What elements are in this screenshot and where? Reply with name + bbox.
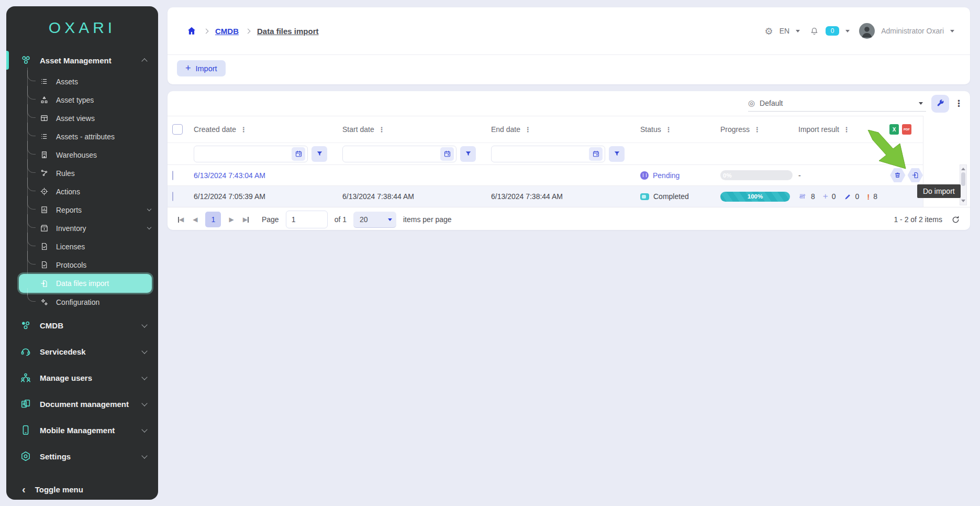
home-icon[interactable] xyxy=(186,26,197,36)
table-vertical-scrollbar[interactable] xyxy=(960,164,967,205)
start-date-cell: 6/13/2024 7:38:44 AM xyxy=(342,192,491,201)
sidebar-item-servicedesk[interactable]: Servicedesk xyxy=(6,339,158,364)
row-checkbox[interactable] xyxy=(172,171,173,180)
sidebar-item-inventory[interactable]: Inventory xyxy=(27,219,154,237)
documents-icon xyxy=(20,398,31,410)
sidebar-item-cmdb[interactable]: CMDB xyxy=(6,313,158,337)
progress-value: 0% xyxy=(723,172,732,179)
column-menu-kebab[interactable]: ⋮ xyxy=(843,126,850,133)
sidebar-item-protocols[interactable]: Protocols xyxy=(27,256,154,274)
user-name[interactable]: Administrator Oxari xyxy=(881,27,944,35)
sidebar-item-warehouses[interactable]: Warehouses xyxy=(27,146,154,164)
grid-menu-kebab[interactable]: ⋮ xyxy=(954,99,963,108)
import-button[interactable]: + Import xyxy=(177,60,226,76)
table-row[interactable]: 6/12/2024 7:05:39 AM 6/13/2024 7:38:44 A… xyxy=(168,185,923,207)
column-header-progress[interactable]: Progress xyxy=(720,125,750,134)
sidebar: OXARI Asset Management Assets Asset type… xyxy=(6,6,158,500)
start-date-filter-button[interactable] xyxy=(460,146,476,162)
sidebar-item-settings[interactable]: Settings xyxy=(6,444,158,468)
first-page-button[interactable]: ◀ xyxy=(177,215,185,224)
breadcrumb-current: Data files import xyxy=(257,27,319,36)
end-date-filter-button[interactable] xyxy=(609,146,625,162)
notification-count-badge[interactable]: 0 xyxy=(826,26,839,36)
caret-down-icon[interactable] xyxy=(796,30,800,35)
page-size-dropdown[interactable]: 20 xyxy=(353,212,396,228)
headset-icon xyxy=(20,346,31,357)
sidebar-item-document-management[interactable]: Document management xyxy=(6,392,158,416)
modified-count: 0 xyxy=(855,192,860,201)
column-header-end-date[interactable]: End date xyxy=(491,125,520,134)
delete-row-button[interactable] xyxy=(890,168,906,182)
last-page-button[interactable]: ▶ xyxy=(242,215,250,224)
toggle-menu-button[interactable]: ‹ Toggle menu xyxy=(6,484,158,494)
sidebar-item-reports[interactable]: Reports xyxy=(27,201,154,219)
calendar-button[interactable] xyxy=(589,147,603,161)
column-menu-kebab[interactable]: ⋮ xyxy=(754,126,761,133)
breadcrumb: CMDB Data files import xyxy=(186,26,319,36)
sidebar-item-assets-attributes[interactable]: Assets - attributes xyxy=(27,127,154,146)
sidebar-item-rules[interactable]: Rules xyxy=(27,164,154,182)
user-avatar[interactable] xyxy=(859,23,875,39)
trash-icon xyxy=(894,171,901,179)
row-checkbox[interactable] xyxy=(172,192,173,201)
errors-count: 8 xyxy=(873,192,877,201)
import-arrow-icon xyxy=(911,171,919,179)
sidebar-item-configuration[interactable]: Configuration xyxy=(27,293,154,311)
view-selector-dropdown[interactable]: ◎ Default xyxy=(748,95,926,112)
next-page-button[interactable]: ▶ xyxy=(228,215,235,224)
scroll-up-arrow-icon[interactable] xyxy=(961,166,965,170)
do-import-button[interactable] xyxy=(908,168,923,182)
scroll-down-arrow-icon[interactable] xyxy=(961,200,965,204)
column-header-created-date[interactable]: Created date xyxy=(194,125,236,134)
breadcrumb-cmdb-link[interactable]: CMDB xyxy=(215,27,239,36)
notifications-bell-icon[interactable] xyxy=(809,26,819,36)
column-menu-kebab[interactable]: ⋮ xyxy=(378,126,385,133)
page-count-label: of 1 xyxy=(335,215,347,224)
oxari-logo: OXARI xyxy=(6,19,158,37)
sidebar-item-asset-views[interactable]: Asset views xyxy=(27,109,154,127)
sidebar-item-licenses[interactable]: Licenses xyxy=(27,237,154,256)
created-date-filter-input[interactable] xyxy=(194,147,292,161)
previous-page-button[interactable]: ◀ xyxy=(192,215,198,224)
end-date-filter-input[interactable] xyxy=(491,147,589,161)
column-header-import-result[interactable]: Import result xyxy=(798,125,839,134)
caret-down-icon[interactable] xyxy=(950,30,954,35)
export-excel-icon[interactable]: X xyxy=(889,124,899,135)
page-size-value: 20 xyxy=(360,215,368,224)
column-header-status[interactable]: Status xyxy=(640,125,661,134)
column-menu-kebab[interactable]: ⋮ xyxy=(240,126,247,133)
current-page-button[interactable]: 1 xyxy=(205,212,221,227)
view-icon: ◎ xyxy=(748,98,755,108)
table-header-row: Created date⋮ Start date⋮ End date⋮ Stat… xyxy=(168,116,923,142)
cmdb-icon xyxy=(20,320,31,331)
grid-settings-button[interactable] xyxy=(931,95,949,113)
calendar-button[interactable] xyxy=(440,147,454,161)
select-all-checkbox[interactable] xyxy=(172,124,183,135)
language-selector[interactable]: EN xyxy=(779,27,789,35)
sidebar-item-mobile-management[interactable]: Mobile Management xyxy=(6,418,158,442)
sidebar-item-manage-users[interactable]: Manage users xyxy=(6,366,158,390)
sidebar-item-actions[interactable]: Actions xyxy=(27,182,154,201)
column-menu-kebab[interactable]: ⋮ xyxy=(525,126,531,133)
caret-down-icon[interactable] xyxy=(845,30,850,35)
sidebar-item-data-files-import[interactable]: Data files import xyxy=(19,274,152,293)
calendar-button[interactable] xyxy=(292,147,305,161)
settings-gear-icon[interactable]: ⚙ xyxy=(765,26,773,37)
export-pdf-icon[interactable]: PDF xyxy=(902,124,911,135)
progress-bar: 100% xyxy=(720,192,790,202)
created-date-link[interactable]: 6/13/2024 7:43:04 AM xyxy=(194,171,265,180)
calendar-icon xyxy=(592,150,600,158)
sidebar-item-asset-types[interactable]: Asset types xyxy=(27,91,154,109)
refresh-icon[interactable] xyxy=(951,215,961,225)
created-date-filter-button[interactable] xyxy=(311,146,327,162)
processed-count: 8 xyxy=(811,192,815,201)
column-menu-kebab[interactable]: ⋮ xyxy=(665,126,672,133)
page-number-input[interactable] xyxy=(286,211,328,228)
table-row[interactable]: 6/13/2024 7:43:04 AM Pending 0% - xyxy=(168,165,923,185)
sidebar-item-assets[interactable]: Assets xyxy=(27,72,154,91)
column-header-start-date[interactable]: Start date xyxy=(342,125,374,134)
pending-status-icon xyxy=(640,171,649,180)
start-date-filter-input[interactable] xyxy=(342,147,440,161)
sidebar-nav: Asset Management Assets Asset types Asse… xyxy=(6,48,158,494)
scrollbar-thumb[interactable] xyxy=(961,172,965,186)
